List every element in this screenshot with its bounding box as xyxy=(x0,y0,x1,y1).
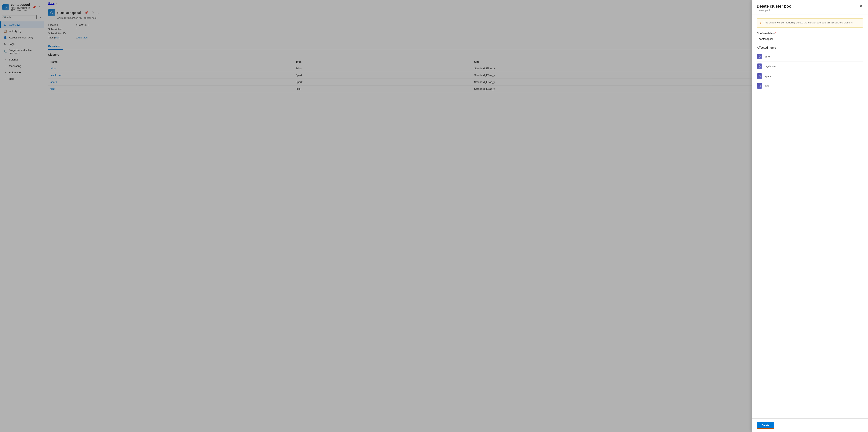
affected-item-name: spark xyxy=(765,75,771,78)
affected-items-title: Affected items xyxy=(757,46,863,49)
affected-item: ⬡ trino xyxy=(757,52,863,61)
required-marker: * xyxy=(775,32,776,35)
overlay-backdrop[interactable] xyxy=(0,0,868,432)
delete-panel: Delete cluster pool contosopool ✕ ℹ This… xyxy=(752,0,868,432)
delete-panel-subtitle: contosopool xyxy=(757,9,793,12)
affected-item-name: mycluster xyxy=(765,65,776,68)
delete-panel-title: Delete cluster pool xyxy=(757,4,793,9)
affected-item-name: trino xyxy=(765,55,770,58)
confirm-delete-input[interactable] xyxy=(757,36,863,42)
delete-panel-body: ℹ This action will permanently delete th… xyxy=(752,15,868,419)
warning-box: ℹ This action will permanently delete th… xyxy=(757,19,863,28)
affected-item: ⬡ mycluster xyxy=(757,61,863,71)
cluster-icon: ⬡ xyxy=(757,73,762,79)
warning-text: This action will permanently delete the … xyxy=(763,21,854,24)
confirm-delete-label: Confirm delete* xyxy=(757,32,863,35)
affected-item: ⬡ flink xyxy=(757,81,863,91)
affected-item: ⬡ spark xyxy=(757,71,863,81)
warning-icon: ℹ xyxy=(760,21,761,25)
cluster-icon: ⬡ xyxy=(757,54,762,59)
cluster-icon: ⬡ xyxy=(757,83,762,89)
delete-panel-footer: Delete xyxy=(752,419,868,432)
delete-button[interactable]: Delete xyxy=(757,422,774,429)
affected-items-list: ⬡ trino ⬡ mycluster ⬡ spark ⬡ flink xyxy=(757,52,863,91)
delete-panel-header: Delete cluster pool contosopool ✕ xyxy=(752,0,868,15)
delete-panel-close-button[interactable]: ✕ xyxy=(859,3,863,9)
delete-panel-header-text: Delete cluster pool contosopool xyxy=(757,4,793,12)
affected-item-name: flink xyxy=(765,85,769,88)
cluster-icon: ⬡ xyxy=(757,63,762,69)
